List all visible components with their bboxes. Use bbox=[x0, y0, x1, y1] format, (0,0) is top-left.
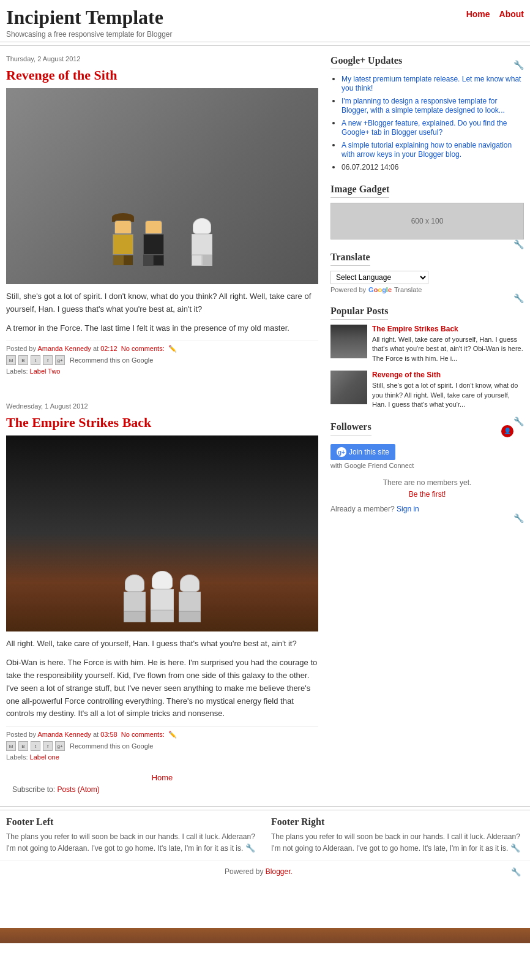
post-1: Thursday, 2 August 2012 Revenge of the S… bbox=[6, 55, 318, 375]
share2-facebook-icon[interactable]: f bbox=[43, 741, 53, 751]
share-email-icon[interactable]: M bbox=[6, 355, 16, 365]
popular-post-1-excerpt: All right. Well, take care of yourself, … bbox=[372, 335, 524, 363]
gplus-title: Google+ Updates bbox=[330, 55, 402, 69]
gplus-item-3: A new +Blogger feature, explained. Do yo… bbox=[342, 118, 524, 137]
popular-posts-section: Popular Posts The Empire Strikes Back Al… bbox=[330, 306, 524, 409]
clone-fig-1 bbox=[124, 575, 146, 622]
edit-icon-2[interactable]: ✏️ bbox=[168, 731, 177, 738]
post-1-title: Revenge of the Sith bbox=[6, 67, 318, 83]
gplus-link-1[interactable]: My latest premium template release. Let … bbox=[342, 75, 521, 92]
blogger-link[interactable]: Blogger. bbox=[266, 867, 293, 876]
image-gadget-wrench-icon[interactable]: 🔧 bbox=[513, 239, 524, 249]
post-1-footer: Posted by Amanda Kennedy at 02:12 No com… bbox=[6, 341, 318, 375]
popular-post-2-title[interactable]: Revenge of the Sith bbox=[372, 371, 524, 379]
translate-title: Translate bbox=[330, 252, 370, 266]
content-footer-nav: Home bbox=[6, 773, 318, 782]
post-1-comments[interactable]: No comments: bbox=[121, 345, 165, 352]
gplus-wrench-icon[interactable]: 🔧 bbox=[513, 60, 524, 70]
share-facebook-icon[interactable]: f bbox=[43, 355, 53, 365]
bottom-bar: Powered by Blogger. 🔧 bbox=[0, 861, 530, 882]
footer-home-link[interactable]: Home bbox=[152, 773, 173, 782]
post-2-date: Wednesday, 1 August 2012 bbox=[6, 402, 318, 410]
share2-blog-icon[interactable]: B bbox=[18, 741, 28, 751]
followers-wrench-icon[interactable]: 🔧 bbox=[513, 513, 524, 523]
popular-post-1-thumb bbox=[330, 325, 367, 358]
share-twitter-icon[interactable]: t bbox=[31, 355, 40, 365]
share2-twitter-icon[interactable]: t bbox=[31, 741, 40, 751]
post-2-time[interactable]: 03:58 bbox=[100, 731, 118, 738]
nav-about[interactable]: About bbox=[499, 9, 524, 19]
post-1-image bbox=[6, 88, 318, 284]
post-separator-1 bbox=[6, 384, 318, 393]
post-1-time[interactable]: 02:12 bbox=[100, 345, 118, 352]
popular-post-1-title[interactable]: The Empire Strikes Back bbox=[372, 325, 524, 333]
post-1-meta: Posted by Amanda Kennedy at 02:12 No com… bbox=[6, 345, 318, 353]
gplus-link-3[interactable]: A new +Blogger feature, explained. Do yo… bbox=[342, 119, 507, 137]
gplus-link-4[interactable]: A simple tutorial explaining how to enab… bbox=[342, 141, 512, 159]
site-tagline: Showcasing a free responsive template fo… bbox=[6, 30, 172, 39]
popular-posts-title: Popular Posts bbox=[330, 306, 388, 320]
no-members-text: There are no members yet. bbox=[330, 478, 524, 487]
followers-header: Followers 👤 bbox=[330, 421, 513, 440]
gplus-item-1: My latest premium template release. Let … bbox=[342, 74, 524, 92]
join-button[interactable]: g+ Join this site bbox=[330, 444, 395, 460]
gplus-link-2[interactable]: I'm planning to design a responsive temp… bbox=[342, 97, 505, 115]
clone-fig-3 bbox=[179, 575, 201, 622]
page-footer: Footer Left The plans you refer to will … bbox=[0, 810, 530, 861]
language-select[interactable]: Select Language bbox=[330, 271, 428, 284]
gplus-item-2: I'm planning to design a responsive temp… bbox=[342, 96, 524, 115]
post-2-labels: Labels: Label one bbox=[6, 753, 318, 761]
edit-icon[interactable]: ✏️ bbox=[168, 345, 177, 352]
post-1-date: Thursday, 2 August 2012 bbox=[6, 55, 318, 62]
footer-right-text: The plans you refer to will soon be back… bbox=[271, 831, 524, 854]
image-gadget-title: Image Gadget bbox=[330, 184, 389, 198]
be-first-link[interactable]: Be the first! bbox=[330, 490, 524, 499]
share-gplus-icon[interactable]: g+ bbox=[55, 355, 65, 365]
translate-powered-label: Powered by bbox=[330, 286, 366, 293]
sign-in-link[interactable]: Sign in bbox=[397, 505, 419, 513]
translate-powered-by: Powered by Google Translate bbox=[330, 286, 524, 293]
translate-wrench-icon[interactable]: 🔧 bbox=[513, 293, 524, 303]
powered-by-label: Powered by bbox=[225, 867, 263, 876]
footer-left-wrench-icon[interactable]: 🔧 bbox=[245, 843, 255, 853]
main-nav: Home About bbox=[466, 9, 524, 19]
lego-figure-1 bbox=[112, 213, 134, 266]
footer-left-col: Footer Left The plans you refer to will … bbox=[6, 816, 259, 854]
subscribe-label: Subscribe to: bbox=[12, 785, 55, 794]
share2-gplus-icon[interactable]: g+ bbox=[55, 741, 65, 751]
gplus-list: My latest premium template release. Let … bbox=[330, 74, 524, 172]
post-1-author[interactable]: Amanda Kennedy bbox=[37, 345, 91, 352]
post-2-footer: Posted by Amanda Kennedy at 03:58 No com… bbox=[6, 726, 318, 761]
post-2: Wednesday, 1 August 2012 The Empire Stri… bbox=[6, 402, 318, 761]
followers-count-icon: 👤 bbox=[501, 425, 513, 437]
footer-right-wrench-icon[interactable]: 🔧 bbox=[510, 843, 520, 853]
header-left: Incipient Template Showcasing a free res… bbox=[6, 6, 172, 39]
post-1-label[interactable]: Label Two bbox=[30, 368, 61, 375]
sidebar: Google+ Updates 🔧 My latest premium temp… bbox=[330, 55, 524, 797]
popular-posts-wrench-icon[interactable]: 🔧 bbox=[513, 417, 524, 426]
post-1-labels: Labels: Label Two bbox=[6, 368, 318, 375]
clone-fig-2 bbox=[151, 571, 174, 622]
share-blog-icon[interactable]: B bbox=[18, 355, 28, 365]
gplus-item-5: 06.07.2012 14:06 bbox=[342, 162, 524, 172]
post-2-share: M B t f g+ Recommend this on Google bbox=[6, 741, 318, 751]
popular-post-2-thumb bbox=[330, 371, 367, 404]
post-2-label[interactable]: Label one bbox=[30, 753, 59, 761]
followers-connect-text: with Google Friend Connect bbox=[330, 462, 524, 469]
post-2-comments[interactable]: No comments: bbox=[121, 731, 165, 738]
nav-home[interactable]: Home bbox=[466, 9, 490, 19]
gplus-join-icon: g+ bbox=[337, 447, 346, 457]
popular-post-2: Revenge of the Sith Still, she's got a l… bbox=[330, 371, 524, 409]
lego-figure-3 bbox=[192, 218, 212, 266]
feed-link[interactable]: Posts (Atom) bbox=[57, 785, 99, 794]
lego-figure-2 bbox=[143, 221, 164, 266]
popular-post-1: The Empire Strikes Back All right. Well,… bbox=[330, 325, 524, 363]
popular-post-2-content: Revenge of the Sith Still, she's got a l… bbox=[372, 371, 524, 409]
post-2-title: The Empire Strikes Back bbox=[6, 415, 318, 431]
post-2-author[interactable]: Amanda Kennedy bbox=[37, 731, 91, 738]
share2-email-icon[interactable]: M bbox=[6, 741, 16, 751]
post-1-share: M B t f g+ Recommend this on Google bbox=[6, 355, 318, 365]
footer-right-text-span: The plans you refer to will soon be back… bbox=[271, 832, 520, 853]
already-member-label: Already a member? bbox=[330, 505, 395, 513]
bottom-wrench-icon[interactable]: 🔧 bbox=[511, 867, 521, 876]
